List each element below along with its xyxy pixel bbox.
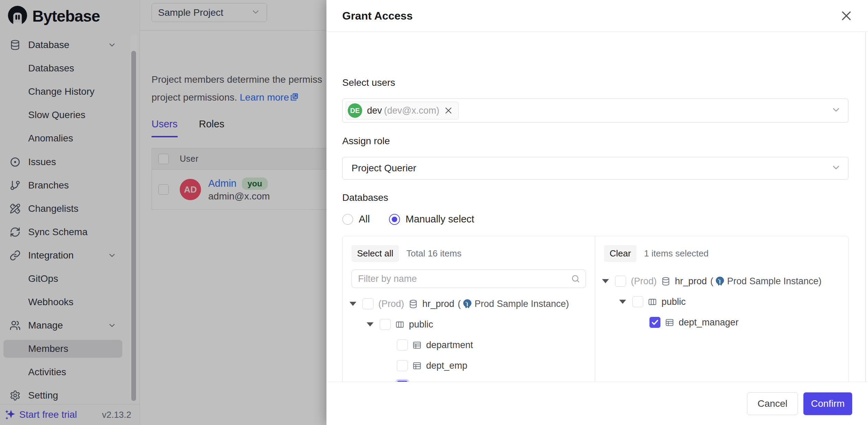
- radio-all-label[interactable]: All: [359, 214, 370, 225]
- node-checkbox[interactable]: [649, 317, 660, 328]
- instance-name: Prod Sample Instance): [475, 299, 569, 309]
- node-checkbox[interactable]: [380, 319, 391, 330]
- database-icon: [409, 299, 418, 309]
- modal-scrollbar[interactable]: [865, 32, 866, 382]
- node-name: dept_manager: [679, 317, 738, 328]
- paren: (: [458, 299, 461, 309]
- node-checkbox[interactable]: [615, 276, 626, 287]
- tree-node[interactable]: dept_emp: [343, 355, 586, 376]
- instance-name: Prod Sample Instance): [727, 276, 822, 287]
- radio-manually-select[interactable]: [389, 214, 400, 225]
- node-checkbox[interactable]: [363, 298, 374, 309]
- caret-icon[interactable]: [367, 322, 380, 326]
- chip-email: (dev@x.com): [384, 105, 439, 116]
- tree-node[interactable]: (Prod) hr_prod ( Prod Sample Instance): [595, 271, 839, 291]
- node-name: dept_emp: [426, 360, 467, 371]
- table-icon: [412, 361, 422, 370]
- table-icon: [412, 341, 422, 350]
- select-users-label: Select users: [342, 77, 395, 88]
- avatar: DE: [348, 103, 362, 118]
- radio-manually-select-label[interactable]: Manually select: [405, 214, 474, 225]
- tree-node[interactable]: department: [343, 335, 586, 355]
- radio-all[interactable]: [342, 214, 353, 225]
- schema-icon: [648, 297, 657, 307]
- schema-icon: [395, 320, 404, 329]
- screen: Bytebase Database Databases Change Histo…: [0, 0, 868, 425]
- node-checkbox[interactable]: [397, 340, 408, 351]
- node-checkbox[interactable]: [632, 296, 643, 307]
- instance-info: ( Prod Sample Instance): [710, 276, 822, 287]
- tree-node[interactable]: dept_manager: [343, 376, 586, 382]
- postgresql-icon: [715, 276, 725, 286]
- user-chip: DE dev (dev@x.com): [346, 102, 459, 119]
- modal-title: Grant Access: [342, 10, 413, 22]
- environment-label: (Prod): [378, 299, 404, 309]
- database-scope-radios: All Manually select: [342, 214, 474, 225]
- databases-label: Databases: [342, 192, 388, 203]
- chevron-down-icon: [831, 105, 841, 116]
- filter-input[interactable]: [352, 269, 586, 288]
- filter-field: [352, 269, 586, 288]
- select-all-button[interactable]: Select all: [352, 245, 399, 262]
- role-select[interactable]: Project Querier: [342, 157, 848, 180]
- tree-node[interactable]: public: [595, 291, 839, 312]
- modal-content: Select users DE dev (dev@x.com) Assign r…: [326, 32, 868, 382]
- database-transfer-panel: Select all Total 16 items: [342, 236, 849, 382]
- tree-node[interactable]: public: [343, 314, 586, 335]
- caret-icon[interactable]: [619, 300, 632, 304]
- paren: (: [710, 276, 713, 287]
- role-select-value: Project Querier: [352, 163, 416, 174]
- transfer-source-panel: Select all Total 16 items: [343, 236, 595, 382]
- close-icon[interactable]: [840, 9, 853, 22]
- cancel-button[interactable]: Cancel: [747, 392, 798, 415]
- assign-role-label: Assign role: [342, 136, 390, 147]
- selected-items-label: 1 items selected: [644, 248, 709, 259]
- database-icon: [661, 277, 670, 286]
- users-multiselect[interactable]: DE dev (dev@x.com): [342, 99, 848, 123]
- node-name: hr_prod: [675, 276, 707, 287]
- selected-tree: (Prod) hr_prod ( Prod Sample Instance): [595, 271, 839, 333]
- environment-label: (Prod): [631, 276, 657, 287]
- confirm-button[interactable]: Confirm: [803, 392, 852, 415]
- transfer-selected-panel: Clear 1 items selected (Prod): [595, 236, 848, 382]
- modal-header: Grant Access: [326, 0, 868, 32]
- chip-name: dev: [367, 105, 382, 116]
- node-name: public: [409, 319, 433, 330]
- modal-footer: Cancel Confirm: [326, 382, 868, 425]
- postgresql-icon: [462, 299, 472, 309]
- grant-access-modal: Grant Access Select users DE dev (dev@x.…: [326, 0, 868, 425]
- node-checkbox[interactable]: [397, 360, 408, 371]
- node-name: department: [426, 340, 473, 351]
- table-icon: [665, 318, 674, 327]
- remove-chip-icon[interactable]: [444, 106, 453, 115]
- search-icon: [571, 274, 580, 285]
- source-tree: (Prod) hr_prod ( Prod Sample Instance): [343, 294, 586, 382]
- caret-icon[interactable]: [602, 279, 615, 283]
- tree-node[interactable]: dept_manager: [595, 312, 839, 333]
- total-items-label: Total 16 items: [407, 248, 461, 259]
- node-name: hr_prod: [422, 299, 454, 309]
- clear-button[interactable]: Clear: [604, 245, 636, 262]
- chevron-down-icon: [831, 162, 841, 174]
- instance-info: ( Prod Sample Instance): [458, 299, 569, 309]
- node-name: public: [661, 297, 686, 307]
- caret-icon[interactable]: [349, 302, 363, 306]
- tree-node[interactable]: (Prod) hr_prod ( Prod Sample Instance): [343, 294, 586, 314]
